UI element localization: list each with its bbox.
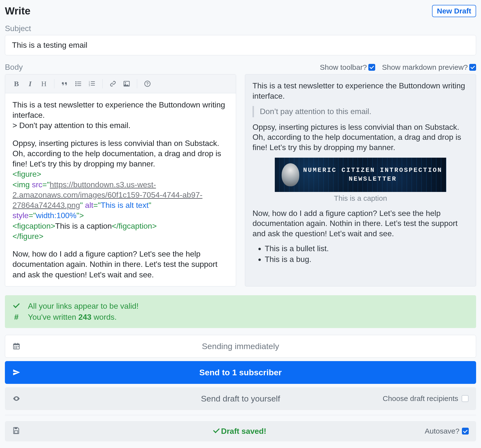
editor-attr: alt	[85, 201, 93, 210]
word-count-text: You've written 243 words.	[28, 313, 117, 322]
editor-punct: ="	[42, 180, 50, 189]
show-toolbar-checkbox[interactable]	[368, 64, 375, 71]
svg-rect-18	[15, 343, 15, 345]
preview-pane: This is a test newsletter to experience …	[245, 74, 476, 286]
editor-tag: <figure>	[12, 170, 41, 178]
svg-rect-27	[14, 431, 18, 433]
help-button[interactable]: ?	[141, 78, 154, 89]
editor-attr: src	[32, 180, 42, 189]
svg-text:?: ?	[146, 82, 149, 86]
editor-line: Oppsy, inserting pictures is less conviv…	[12, 138, 228, 169]
body-label: Body	[5, 63, 23, 72]
editor-attrval: This is alt text	[101, 201, 149, 210]
svg-point-25	[16, 398, 17, 399]
status-box: All your links appear to be valid! # You…	[5, 295, 476, 328]
preview-bullet: This is a bug.	[265, 254, 469, 265]
image-icon	[123, 80, 130, 87]
draft-saved-label: Draft saved!	[221, 427, 266, 436]
ul-button[interactable]	[72, 78, 85, 89]
bold-button[interactable]: B	[10, 78, 23, 89]
editor-punct: "	[80, 201, 85, 210]
image-button[interactable]	[120, 78, 133, 89]
editor-line: > Don't pay attention to this email.	[12, 120, 228, 130]
editor-punct: "	[149, 201, 151, 210]
preview-banner-image: NUMERIC CITIZEN INTROSPECTION NEWSLETTER	[275, 158, 446, 192]
send-label: Send to 1 subscriber	[199, 368, 282, 377]
autosave-checkbox[interactable]	[462, 428, 469, 435]
choose-recipients-checkbox[interactable]	[462, 395, 469, 402]
ol-button[interactable]: 123	[85, 78, 99, 89]
send-button[interactable]: Send to 1 subscriber	[5, 361, 476, 384]
autosave-label: Autosave?	[425, 427, 459, 435]
svg-rect-3	[77, 83, 81, 84]
preview-paragraph: This is a test newsletter to experience …	[253, 81, 469, 101]
editor-text: This is a caption	[55, 222, 112, 230]
send-draft-self-label: Send draft to yourself	[201, 394, 280, 403]
link-button[interactable]	[106, 78, 120, 89]
show-toolbar-label: Show toolbar?	[320, 63, 367, 71]
subject-input[interactable]	[5, 35, 476, 55]
ul-icon	[75, 80, 82, 87]
banner-face-graphic	[282, 163, 299, 186]
calendar-icon	[12, 342, 20, 350]
svg-rect-24	[16, 348, 17, 349]
check-icon	[12, 302, 21, 311]
editor-line: Now, how do I add a figure caption? Let'…	[12, 249, 228, 280]
ol-icon: 123	[88, 80, 96, 87]
italic-button[interactable]: I	[23, 78, 37, 89]
svg-point-13	[125, 82, 126, 83]
editor-line: This is a test newsletter to experience …	[12, 100, 228, 120]
link-icon	[109, 80, 117, 87]
svg-rect-11	[91, 85, 95, 86]
subject-label: Subject	[5, 24, 476, 33]
editor-toolbar: B I H 123 ?	[5, 74, 236, 93]
banner-text: NUMERIC CITIZEN INTROSPECTION NEWSLETTER	[303, 166, 442, 183]
editor-attr: style	[12, 211, 29, 220]
editor-tag: </figcaption>	[112, 222, 157, 230]
svg-point-4	[75, 85, 77, 86]
show-preview-label: Show markdown preview?	[382, 63, 468, 71]
editor-punct: ="	[29, 211, 36, 220]
svg-point-2	[75, 83, 77, 84]
editor-textarea[interactable]: This is a test newsletter to experience …	[5, 93, 236, 286]
svg-rect-22	[18, 346, 19, 347]
editor-punct: ">	[76, 211, 84, 220]
separator	[5, 415, 476, 415]
svg-text:3: 3	[89, 84, 90, 87]
preview-caption: This is a caption	[253, 193, 469, 203]
preview-bullet: This is a bullet list.	[265, 244, 469, 254]
links-valid-text: All your links appear to be valid!	[28, 302, 139, 311]
schedule-button[interactable]: Sending immediately	[5, 335, 476, 358]
heading-button[interactable]: H	[37, 78, 51, 89]
send-icon	[12, 368, 20, 376]
schedule-label: Sending immediately	[202, 342, 279, 351]
editor-tag: <figcaption>	[12, 222, 55, 230]
new-draft-button[interactable]: New Draft	[432, 5, 476, 17]
svg-point-0	[75, 81, 77, 83]
svg-rect-19	[17, 343, 18, 345]
help-icon: ?	[144, 80, 151, 87]
preview-paragraph: Oppsy, inserting pictures is less conviv…	[253, 122, 469, 153]
svg-rect-20	[14, 346, 15, 347]
page-title: Write	[5, 5, 30, 17]
svg-rect-21	[16, 346, 17, 347]
choose-recipients-label[interactable]: Choose draft recipients	[383, 394, 458, 403]
svg-rect-9	[91, 83, 95, 84]
svg-rect-7	[91, 81, 95, 82]
save-icon[interactable]	[12, 426, 20, 436]
check-icon	[215, 427, 218, 436]
hash-icon: #	[12, 313, 21, 322]
quote-icon	[61, 80, 68, 87]
eye-icon	[12, 395, 20, 402]
editor-pane: B I H 123 ? Thi	[5, 74, 236, 286]
send-draft-self-button[interactable]: Send draft to yourself Choose draft reci…	[5, 387, 476, 410]
editor-tag: <img	[12, 180, 32, 189]
svg-rect-23	[14, 348, 15, 349]
svg-rect-26	[14, 427, 17, 429]
show-preview-checkbox[interactable]	[469, 64, 476, 71]
editor-tag: </figure>	[12, 232, 43, 241]
quote-button[interactable]	[58, 78, 72, 89]
svg-rect-5	[77, 85, 81, 86]
preview-paragraph: Now, how do I add a figure caption? Let’…	[253, 208, 469, 239]
editor-punct: ="	[93, 201, 101, 210]
